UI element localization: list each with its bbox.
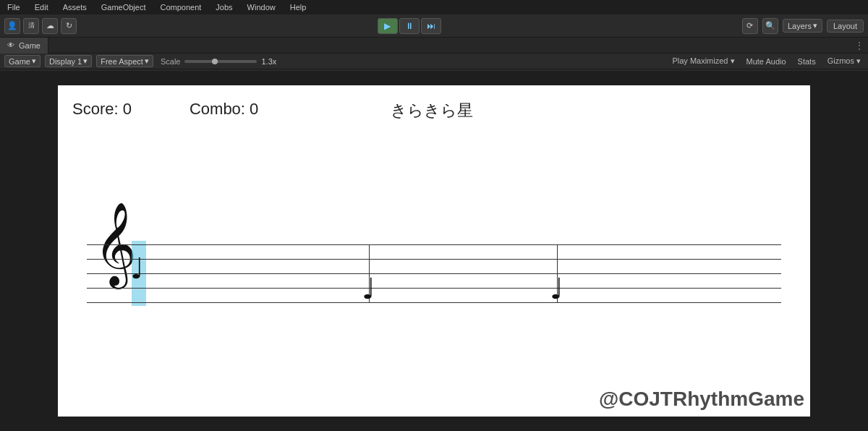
right-controls: ⟳ 🔍 Layers ▾ Layout [742, 18, 864, 34]
layers-chevron-icon: ▾ [813, 21, 817, 30]
search-icon[interactable]: 🔍 [762, 18, 778, 34]
game-tab-icon: 👁 [7, 41, 14, 49]
layout-button[interactable]: Layout [827, 20, 864, 33]
cloud-icon[interactable]: ☁ [42, 18, 58, 34]
menu-help[interactable]: Help [287, 2, 310, 12]
game-chevron-icon: ▾ [32, 56, 36, 66]
play-button[interactable]: ▶ [378, 18, 398, 34]
game-right-controls: Play Maximized ▾ Mute Audio Stats Gizmos… [669, 56, 864, 67]
game-canvas: Score: 0 Combo: 0 きらきら星 𝄞 ♩ [58, 85, 810, 417]
score-area: Score: 0 Combo: 0 [72, 100, 258, 119]
song-title: きらきら星 [391, 100, 473, 121]
pause-button[interactable]: ⏸ [399, 18, 420, 34]
play-maximized-btn[interactable]: Play Maximized ▾ [669, 56, 737, 67]
display-dropdown[interactable]: Display 1 ▾ [45, 55, 92, 67]
game-tab[interactable]: 👁 Game [0, 38, 48, 54]
toolbar: 👤 清 ☁ ↻ ▶ ⏸ ⏭ ⟳ 🔍 Layers ▾ Layout [0, 14, 868, 38]
layers-dropdown[interactable]: Layers ▾ [783, 19, 822, 33]
score-label: Score: 0 [72, 100, 132, 119]
menu-component[interactable]: Component [157, 2, 204, 12]
account-icon[interactable]: 👤 [4, 18, 20, 34]
game-label: Game [9, 57, 30, 66]
menu-assets[interactable]: Assets [60, 2, 90, 12]
menu-gameobject[interactable]: GameObject [98, 2, 149, 12]
staff-line-5 [87, 302, 781, 303]
note-3: ♩ [550, 272, 563, 306]
play-controls: ▶ ⏸ ⏭ [378, 18, 441, 34]
tab-bar: 👁 Game ⋮ [0, 38, 868, 54]
staff-lines [87, 244, 781, 302]
aspect-label: Free Aspect [101, 57, 143, 66]
menu-bar: File Edit Assets GameObject Component Jo… [0, 0, 868, 14]
menu-file[interactable]: File [4, 2, 23, 12]
aspect-chevron-icon: ▾ [145, 56, 149, 66]
display-label: Display 1 [49, 57, 82, 66]
layers-label: Layers [788, 22, 812, 30]
combo-label: Combo: 0 [190, 100, 258, 119]
game-tab-label: Game [19, 41, 41, 50]
scale-value: 1.3x [261, 57, 276, 66]
gizmos-btn[interactable]: Gizmos ▾ [825, 56, 864, 67]
menu-edit[interactable]: Edit [32, 2, 51, 12]
mute-audio-btn[interactable]: Mute Audio [744, 56, 789, 67]
staff-area: 𝄞 ♩ ♩ ♩ [87, 230, 781, 317]
scale-thumb [212, 59, 218, 64]
step-button[interactable]: ⏭ [421, 18, 441, 34]
history-icon[interactable]: ⟳ [742, 18, 758, 34]
staff-line-1 [87, 244, 781, 245]
aspect-dropdown[interactable]: Free Aspect ▾ [96, 55, 153, 67]
scale-label: Scale [161, 57, 181, 66]
menu-window[interactable]: Window [244, 2, 278, 12]
toolbar-left-group: 👤 清 ☁ ↻ [4, 18, 77, 34]
scale-slider[interactable] [184, 60, 257, 63]
staff-line-4 [87, 288, 781, 289]
note-1: ♩ [130, 252, 144, 286]
note-2: ♩ [362, 272, 375, 306]
watermark: @COJTRhythmGame [599, 388, 804, 411]
tab-more-icon[interactable]: ⋮ [855, 40, 868, 51]
menu-jobs[interactable]: Jobs [213, 2, 235, 12]
game-dropdown[interactable]: Game ▾ [4, 55, 41, 67]
staff-line-2 [87, 259, 781, 260]
game-toolbar: Game ▾ Display 1 ▾ Free Aspect ▾ Scale 1… [0, 54, 868, 69]
staff-line-3 [87, 273, 781, 274]
display-chevron-icon: ▾ [83, 56, 88, 66]
stats-btn[interactable]: Stats [795, 56, 819, 67]
game-viewport: Score: 0 Combo: 0 きらきら星 𝄞 ♩ [0, 71, 868, 431]
refresh-icon[interactable]: ↻ [61, 18, 77, 34]
clear-icon[interactable]: 清 [23, 18, 39, 34]
